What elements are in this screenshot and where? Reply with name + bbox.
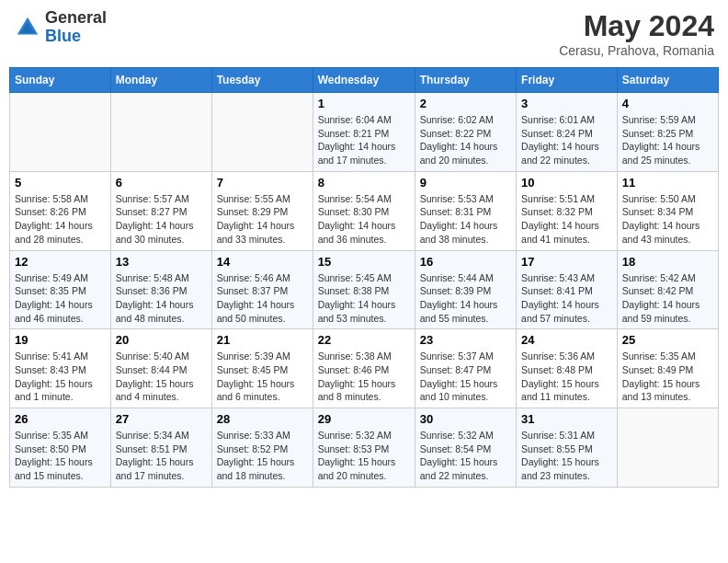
- calendar-cell: 12Sunrise: 5:49 AMSunset: 8:35 PMDayligh…: [10, 250, 111, 329]
- calendar-cell: 29Sunrise: 5:32 AMSunset: 8:53 PMDayligh…: [313, 408, 415, 488]
- day-number: 12: [15, 255, 106, 269]
- day-number: 21: [217, 333, 308, 347]
- calendar-cell: 20Sunrise: 5:40 AMSunset: 8:44 PMDayligh…: [110, 329, 211, 408]
- day-number: 18: [622, 255, 713, 269]
- weekday-header: Saturday: [617, 68, 718, 93]
- day-info: Sunrise: 5:31 AMSunset: 8:55 PMDaylight:…: [521, 429, 612, 483]
- day-info: Sunrise: 5:55 AMSunset: 8:29 PMDaylight:…: [217, 192, 308, 247]
- logo: General Blue: [14, 9, 107, 46]
- calendar-cell: 16Sunrise: 5:44 AMSunset: 8:39 PMDayligh…: [415, 250, 516, 329]
- day-info: Sunrise: 5:42 AMSunset: 8:42 PMDaylight:…: [622, 271, 713, 326]
- calendar-cell: [10, 93, 111, 172]
- day-number: 27: [116, 412, 207, 426]
- location: Cerasu, Prahova, Romania: [559, 43, 714, 58]
- calendar-cell: 26Sunrise: 5:35 AMSunset: 8:50 PMDayligh…: [10, 408, 111, 488]
- calendar-cell: 23Sunrise: 5:37 AMSunset: 8:47 PMDayligh…: [415, 329, 516, 408]
- day-info: Sunrise: 5:35 AMSunset: 8:50 PMDaylight:…: [15, 429, 106, 483]
- day-info: Sunrise: 5:59 AMSunset: 8:25 PMDaylight:…: [622, 113, 713, 167]
- calendar-cell: 17Sunrise: 5:43 AMSunset: 8:41 PMDayligh…: [517, 250, 618, 329]
- day-number: 7: [217, 176, 308, 190]
- day-info: Sunrise: 5:41 AMSunset: 8:43 PMDaylight:…: [15, 350, 106, 404]
- calendar-cell: 22Sunrise: 5:38 AMSunset: 8:46 PMDayligh…: [313, 329, 415, 408]
- logo-blue: Blue: [45, 27, 81, 45]
- page-header: General Blue May 2024 Cerasu, Prahova, R…: [9, 9, 719, 58]
- calendar-cell: 19Sunrise: 5:41 AMSunset: 8:43 PMDayligh…: [10, 329, 111, 408]
- day-info: Sunrise: 5:37 AMSunset: 8:47 PMDaylight:…: [420, 350, 511, 404]
- calendar-cell: 8Sunrise: 5:54 AMSunset: 8:30 PMDaylight…: [313, 171, 415, 250]
- calendar-cell: 14Sunrise: 5:46 AMSunset: 8:37 PMDayligh…: [211, 250, 313, 329]
- day-number: 1: [318, 97, 410, 110]
- calendar-cell: 4Sunrise: 5:59 AMSunset: 8:25 PMDaylight…: [617, 93, 718, 172]
- day-number: 20: [116, 333, 207, 347]
- day-info: Sunrise: 5:51 AMSunset: 8:32 PMDaylight:…: [521, 192, 612, 247]
- day-info: Sunrise: 5:57 AMSunset: 8:27 PMDaylight:…: [116, 192, 207, 247]
- calendar-week-row: 5Sunrise: 5:58 AMSunset: 8:26 PMDaylight…: [10, 171, 719, 250]
- day-number: 2: [420, 97, 511, 110]
- day-number: 8: [318, 176, 410, 190]
- day-info: Sunrise: 6:02 AMSunset: 8:22 PMDaylight:…: [420, 113, 511, 167]
- calendar-week-row: 19Sunrise: 5:41 AMSunset: 8:43 PMDayligh…: [10, 329, 719, 408]
- day-info: Sunrise: 5:53 AMSunset: 8:31 PMDaylight:…: [420, 192, 511, 247]
- calendar-header-row: SundayMondayTuesdayWednesdayThursdayFrid…: [10, 68, 719, 93]
- day-info: Sunrise: 5:39 AMSunset: 8:45 PMDaylight:…: [217, 350, 308, 404]
- day-info: Sunrise: 5:46 AMSunset: 8:37 PMDaylight:…: [217, 271, 308, 326]
- day-info: Sunrise: 5:36 AMSunset: 8:48 PMDaylight:…: [521, 350, 612, 404]
- calendar-cell: 24Sunrise: 5:36 AMSunset: 8:48 PMDayligh…: [517, 329, 618, 408]
- weekday-header: Wednesday: [313, 68, 415, 93]
- day-info: Sunrise: 5:45 AMSunset: 8:38 PMDaylight:…: [318, 271, 410, 326]
- logo-icon: [14, 14, 41, 41]
- calendar-cell: 25Sunrise: 5:35 AMSunset: 8:49 PMDayligh…: [617, 329, 718, 408]
- day-info: Sunrise: 5:49 AMSunset: 8:35 PMDaylight:…: [15, 271, 106, 326]
- weekday-header: Tuesday: [211, 68, 313, 93]
- calendar-week-row: 26Sunrise: 5:35 AMSunset: 8:50 PMDayligh…: [10, 408, 719, 488]
- calendar-cell: 30Sunrise: 5:32 AMSunset: 8:54 PMDayligh…: [415, 408, 516, 488]
- calendar-cell: 3Sunrise: 6:01 AMSunset: 8:24 PMDaylight…: [517, 93, 618, 172]
- day-number: 9: [420, 176, 511, 190]
- day-number: 5: [15, 176, 106, 190]
- weekday-header: Monday: [110, 68, 211, 93]
- calendar-cell: 13Sunrise: 5:48 AMSunset: 8:36 PMDayligh…: [110, 250, 211, 329]
- calendar-cell: 18Sunrise: 5:42 AMSunset: 8:42 PMDayligh…: [617, 250, 718, 329]
- day-info: Sunrise: 5:34 AMSunset: 8:51 PMDaylight:…: [116, 429, 207, 483]
- day-info: Sunrise: 5:32 AMSunset: 8:54 PMDaylight:…: [420, 429, 511, 483]
- calendar-cell: [211, 93, 313, 172]
- calendar-week-row: 1Sunrise: 6:04 AMSunset: 8:21 PMDaylight…: [10, 93, 719, 172]
- day-info: Sunrise: 5:43 AMSunset: 8:41 PMDaylight:…: [521, 271, 612, 326]
- title-block: May 2024 Cerasu, Prahova, Romania: [559, 9, 714, 58]
- day-number: 13: [116, 255, 207, 269]
- calendar-cell: 2Sunrise: 6:02 AMSunset: 8:22 PMDaylight…: [415, 93, 516, 172]
- calendar-cell: 7Sunrise: 5:55 AMSunset: 8:29 PMDaylight…: [211, 171, 313, 250]
- day-info: Sunrise: 5:44 AMSunset: 8:39 PMDaylight:…: [420, 271, 511, 326]
- logo-text: General Blue: [45, 9, 107, 46]
- day-info: Sunrise: 5:50 AMSunset: 8:34 PMDaylight:…: [622, 192, 713, 247]
- day-number: 29: [318, 412, 410, 426]
- weekday-header: Sunday: [10, 68, 111, 93]
- calendar-cell: 27Sunrise: 5:34 AMSunset: 8:51 PMDayligh…: [110, 408, 211, 488]
- day-number: 14: [217, 255, 308, 269]
- day-info: Sunrise: 5:32 AMSunset: 8:53 PMDaylight:…: [318, 429, 410, 483]
- calendar-cell: 11Sunrise: 5:50 AMSunset: 8:34 PMDayligh…: [617, 171, 718, 250]
- day-number: 17: [521, 255, 612, 269]
- calendar-cell: 15Sunrise: 5:45 AMSunset: 8:38 PMDayligh…: [313, 250, 415, 329]
- calendar-cell: 28Sunrise: 5:33 AMSunset: 8:52 PMDayligh…: [211, 408, 313, 488]
- day-info: Sunrise: 6:01 AMSunset: 8:24 PMDaylight:…: [521, 113, 612, 167]
- day-number: 16: [420, 255, 511, 269]
- day-number: 28: [217, 412, 308, 426]
- day-info: Sunrise: 5:58 AMSunset: 8:26 PMDaylight:…: [15, 192, 106, 247]
- day-number: 23: [420, 333, 511, 347]
- day-number: 26: [15, 412, 106, 426]
- weekday-header: Friday: [517, 68, 618, 93]
- day-number: 31: [521, 412, 612, 426]
- calendar-cell: 5Sunrise: 5:58 AMSunset: 8:26 PMDaylight…: [10, 171, 111, 250]
- day-number: 25: [622, 333, 713, 347]
- day-number: 10: [521, 176, 612, 190]
- day-number: 30: [420, 412, 511, 426]
- day-number: 4: [622, 97, 713, 110]
- day-info: Sunrise: 5:35 AMSunset: 8:49 PMDaylight:…: [622, 350, 713, 404]
- day-info: Sunrise: 5:40 AMSunset: 8:44 PMDaylight:…: [116, 350, 207, 404]
- month-title: May 2024: [559, 9, 714, 43]
- day-info: Sunrise: 5:38 AMSunset: 8:46 PMDaylight:…: [318, 350, 410, 404]
- day-number: 3: [521, 97, 612, 110]
- day-info: Sunrise: 5:48 AMSunset: 8:36 PMDaylight:…: [116, 271, 207, 326]
- calendar-cell: 1Sunrise: 6:04 AMSunset: 8:21 PMDaylight…: [313, 93, 415, 172]
